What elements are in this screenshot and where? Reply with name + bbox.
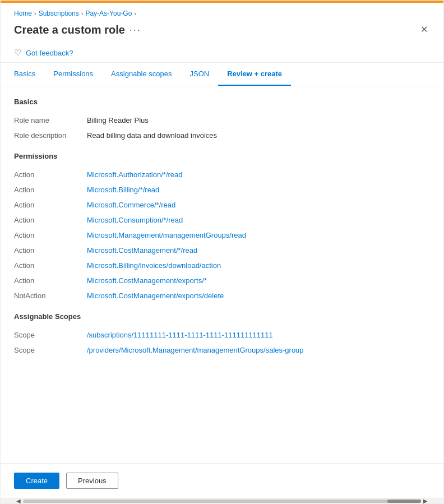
- content-area: Basics Role name Billing Reader Plus Rol…: [1, 86, 443, 463]
- tab-json[interactable]: JSON: [181, 63, 219, 86]
- field-label-action-1: Action: [14, 186, 87, 194]
- tab-assignable-scopes[interactable]: Assignable scopes: [102, 63, 181, 86]
- field-label-action-2: Action: [14, 201, 87, 209]
- field-value-scope-0[interactable]: /subscriptions/11111111-1111-1111-1111-1…: [87, 331, 273, 339]
- field-row-role-desc: Role description Read billing data and d…: [14, 128, 430, 143]
- field-label-notaction-0: NotAction: [14, 292, 87, 300]
- field-label-scope-1: Scope: [14, 346, 87, 354]
- field-value-action-1[interactable]: Microsoft.Billing/*/read: [87, 186, 159, 194]
- field-value-scope-1[interactable]: /providers/Microsoft.Management/manageme…: [87, 346, 304, 354]
- create-button[interactable]: Create: [14, 473, 59, 489]
- field-value-notaction-0[interactable]: Microsoft.CostManagement/exports/delete: [87, 292, 224, 300]
- field-row-action-1: Action Microsoft.Billing/*/read: [14, 182, 430, 197]
- field-value-role-desc: Read billing data and download invoices: [87, 131, 217, 140]
- field-label-role-name: Role name: [14, 116, 87, 124]
- field-value-role-name: Billing Reader Plus: [87, 116, 149, 124]
- breadcrumb-payasyougo[interactable]: Pay-As-You-Go: [85, 10, 132, 17]
- basics-section-title: Basics: [14, 98, 430, 106]
- field-value-action-6[interactable]: Microsoft.Billing/invoices/download/acti…: [87, 261, 221, 270]
- assignable-scopes-section-title: Assignable Scopes: [14, 312, 430, 321]
- scrollbar-area: ◀ ▶: [1, 498, 443, 503]
- field-label-action-5: Action: [14, 246, 87, 255]
- permissions-section-title: Permissions: [14, 152, 430, 160]
- scroll-right-icon[interactable]: ▶: [421, 498, 430, 504]
- tab-basics[interactable]: Basics: [14, 63, 44, 86]
- field-value-action-5[interactable]: Microsoft.CostManagement/*/read: [87, 246, 197, 255]
- breadcrumb-sep-1: ›: [34, 10, 36, 17]
- field-value-action-3[interactable]: Microsoft.Consumption/*/read: [87, 216, 183, 224]
- breadcrumb-subscriptions[interactable]: Subscriptions: [39, 10, 79, 17]
- field-row-action-0: Action Microsoft.Authorization/*/read: [14, 167, 430, 182]
- page-title: Create a custom role: [14, 24, 125, 36]
- breadcrumb-sep-3: ›: [134, 10, 136, 17]
- more-options-icon[interactable]: ···: [130, 24, 141, 36]
- field-row-action-6: Action Microsoft.Billing/invoices/downlo…: [14, 258, 430, 273]
- field-row-action-3: Action Microsoft.Consumption/*/read: [14, 212, 430, 228]
- footer: Create Previous: [1, 463, 443, 498]
- previous-button[interactable]: Previous: [66, 473, 118, 489]
- field-value-action-2[interactable]: Microsoft.Commerce/*/read: [87, 201, 175, 209]
- feedback-bar: ♡ Got feedback?: [1, 43, 443, 63]
- field-row-scope-0: Scope /subscriptions/11111111-1111-1111-…: [14, 327, 430, 343]
- field-row-notaction-0: NotAction Microsoft.CostManagement/expor…: [14, 288, 430, 303]
- header: Create a custom role ··· ✕: [1, 21, 443, 43]
- field-row-action-5: Action Microsoft.CostManagement/*/read: [14, 243, 430, 258]
- field-label-action-0: Action: [14, 170, 87, 179]
- heart-icon: ♡: [14, 48, 21, 58]
- field-label-action-7: Action: [14, 276, 87, 285]
- field-row-role-name: Role name Billing Reader Plus: [14, 113, 430, 128]
- breadcrumb-sep-2: ›: [81, 10, 84, 17]
- field-label-role-desc: Role description: [14, 131, 87, 140]
- scroll-left-icon[interactable]: ◀: [14, 498, 23, 504]
- field-value-action-7[interactable]: Microsoft.CostManagement/exports/*: [87, 276, 207, 285]
- field-row-scope-1: Scope /providers/Microsoft.Management/ma…: [14, 343, 430, 358]
- panel: Home › Subscriptions › Pay-As-You-Go › C…: [0, 0, 444, 504]
- field-row-action-2: Action Microsoft.Commerce/*/read: [14, 197, 430, 212]
- field-value-action-0[interactable]: Microsoft.Authorization/*/read: [87, 170, 183, 179]
- field-row-action-4: Action Microsoft.Management/managementGr…: [14, 228, 430, 243]
- scrollbar-track[interactable]: [23, 500, 421, 503]
- field-value-action-4[interactable]: Microsoft.Management/managementGroups/re…: [87, 231, 246, 239]
- header-left: Create a custom role ···: [14, 24, 141, 36]
- field-label-action-3: Action: [14, 216, 87, 224]
- feedback-link[interactable]: Got feedback?: [26, 49, 73, 57]
- field-row-action-7: Action Microsoft.CostManagement/exports/…: [14, 273, 430, 288]
- scrollbar-thumb[interactable]: [387, 500, 421, 503]
- field-label-action-4: Action: [14, 231, 87, 239]
- field-label-scope-0: Scope: [14, 331, 87, 339]
- tab-review-create[interactable]: Review + create: [218, 63, 291, 86]
- breadcrumb-home[interactable]: Home: [14, 10, 32, 17]
- close-button[interactable]: ✕: [418, 23, 430, 36]
- tabs: Basics Permissions Assignable scopes JSO…: [1, 63, 443, 86]
- breadcrumb: Home › Subscriptions › Pay-As-You-Go ›: [1, 3, 443, 21]
- field-label-action-6: Action: [14, 261, 87, 270]
- tab-permissions[interactable]: Permissions: [44, 63, 102, 86]
